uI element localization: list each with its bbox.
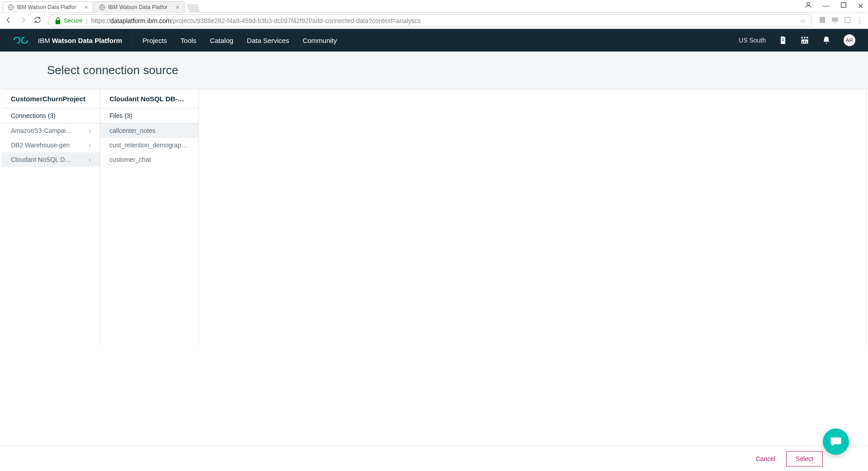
app-logo-icon[interactable] (13, 35, 29, 45)
chevron-right-icon: › (89, 156, 91, 163)
page-title: Select connection source (47, 63, 868, 77)
forward-button[interactable] (19, 16, 27, 26)
dashboard-icon[interactable] (800, 36, 809, 45)
browser-tab-title: IBM Watson Data Platfor (17, 4, 82, 10)
svg-rect-8 (782, 39, 784, 39)
svg-rect-6 (834, 22, 836, 23)
favicon-icon (99, 4, 105, 10)
header-divider (132, 35, 132, 46)
select-button[interactable]: Select (786, 451, 823, 466)
connection-item-db2[interactable]: DB2 Warehouse-gen › (2, 138, 100, 152)
secure-badge: Secure (54, 17, 82, 25)
preview-column (199, 89, 866, 345)
browser-tab-title: IBM Watson Data Platfor (108, 4, 173, 10)
close-icon[interactable]: × (176, 4, 179, 11)
window-controls: — ✕ (804, 1, 863, 11)
chat-launcher[interactable] (823, 429, 849, 455)
nav-tools[interactable]: Tools (180, 37, 196, 44)
nav-community[interactable]: Community (302, 37, 337, 44)
close-window-icon[interactable]: ✕ (858, 2, 863, 10)
bell-icon[interactable] (822, 36, 831, 45)
chevron-right-icon: › (89, 141, 91, 149)
project-column-header: CustomerChurnProject (2, 89, 100, 108)
nav-data-services[interactable]: Data Services (247, 37, 289, 44)
svg-rect-7 (845, 17, 850, 23)
svg-rect-10 (802, 37, 803, 38)
browser-tab-0[interactable]: IBM Watson Data Platfor × (3, 1, 93, 12)
browser-tab-1[interactable]: IBM Watson Data Platfor × (94, 1, 184, 12)
url-divider: | (86, 17, 88, 24)
reload-button[interactable] (33, 16, 42, 26)
connections-count: Connections (3) (2, 108, 100, 123)
chat-icon (830, 435, 842, 448)
back-button[interactable] (5, 16, 13, 26)
cancel-button[interactable]: Cancel (755, 455, 775, 462)
files-column: Cloudant NoSQL DB-… Files (3) callcenter… (100, 89, 199, 345)
account-icon[interactable] (804, 1, 812, 11)
svg-rect-15 (804, 40, 805, 43)
browser-toolbar: Secure | https://dataplatform.ibm.com/pr… (0, 13, 868, 29)
minimize-icon[interactable]: — (822, 2, 830, 10)
url-text: https://dataplatform.ibm.com/projects/93… (91, 17, 421, 24)
file-item-cust-retention[interactable]: cust_retention_demograp… (100, 138, 198, 152)
maximize-icon[interactable] (840, 1, 848, 11)
file-item-customer-chat[interactable]: customer_chat (100, 152, 198, 167)
pdf-icon[interactable] (818, 16, 826, 26)
favicon-icon (8, 4, 14, 10)
document-icon[interactable] (778, 36, 788, 45)
footer-bar: Cancel Select (0, 446, 868, 471)
file-item-callcenter-notes[interactable]: callcenter_notes (100, 123, 198, 138)
bookmark-icon[interactable]: ☆ (800, 17, 806, 24)
menu-icon[interactable]: ⋮ (856, 16, 863, 25)
svg-rect-11 (804, 37, 805, 38)
files-column-header: Cloudant NoSQL DB-… (100, 89, 198, 108)
svg-rect-16 (806, 42, 807, 43)
connection-item-amazons3[interactable]: AmazonS3-Campai… › (2, 123, 100, 138)
close-icon[interactable]: × (85, 4, 88, 11)
connection-item-cloudant[interactable]: Cloudant NoSQL D… › (2, 152, 100, 167)
files-count: Files (3) (100, 108, 198, 123)
app-header: IBM Watson Data Platform Projects Tools … (0, 29, 868, 52)
ext-icon[interactable] (844, 16, 852, 26)
connection-browser-panel: CustomerChurnProject Connections (3) Ama… (2, 89, 866, 345)
svg-rect-3 (841, 3, 846, 8)
address-bar[interactable]: Secure | https://dataplatform.ibm.com/pr… (48, 14, 812, 27)
browser-tab-strip: IBM Watson Data Platfor × IBM Watson Dat… (0, 0, 868, 13)
svg-rect-4 (820, 17, 825, 23)
avatar[interactable]: AR (844, 34, 855, 46)
extension-icons: ⋮ (818, 16, 863, 26)
header-right: US South AR (739, 34, 855, 46)
project-column: CustomerChurnProject Connections (3) Ama… (2, 89, 100, 345)
primary-nav: Projects Tools Catalog Data Services Com… (142, 37, 337, 44)
svg-rect-14 (802, 41, 803, 43)
chevron-right-icon: › (89, 127, 91, 134)
region-selector[interactable]: US South (739, 37, 766, 44)
new-tab-button[interactable] (187, 4, 201, 12)
cast-icon[interactable] (831, 16, 839, 26)
nav-projects[interactable]: Projects (142, 37, 167, 44)
app-brand: IBM Watson Data Platform (38, 37, 122, 44)
svg-point-2 (807, 2, 810, 5)
nav-catalog[interactable]: Catalog (210, 37, 233, 44)
svg-rect-5 (832, 17, 838, 21)
page-title-section: Select connection source (0, 52, 868, 89)
svg-rect-12 (807, 37, 808, 38)
svg-rect-9 (782, 40, 784, 41)
